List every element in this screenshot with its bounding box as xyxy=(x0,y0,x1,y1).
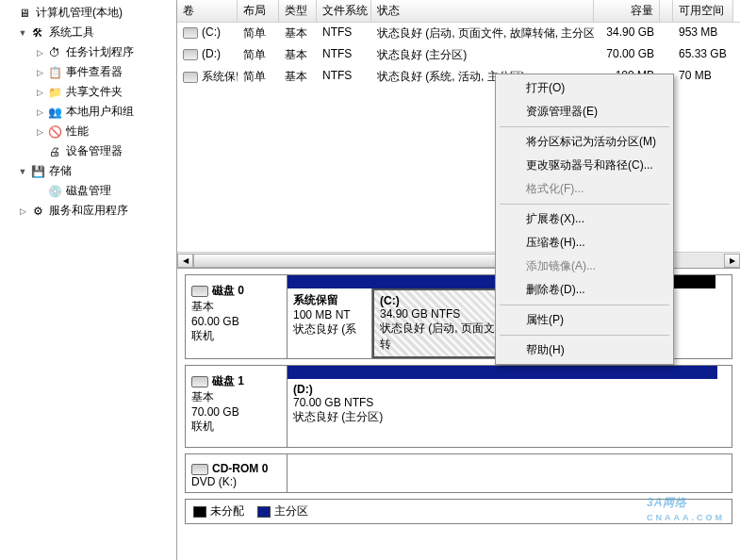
tree-group-label: 服务和应用程序 xyxy=(49,203,128,219)
menu-item[interactable]: 属性(P) xyxy=(498,308,671,332)
legend-swatch-unalloc xyxy=(193,506,206,518)
menu-item[interactable]: 帮助(H) xyxy=(498,338,671,362)
disk-row-cdrom: CD-ROM 0DVD (K:) xyxy=(185,453,732,493)
storage-icon: 💾 xyxy=(30,164,45,179)
scroll-left-button[interactable]: ◀ xyxy=(177,254,193,268)
tree-item-label: 性能 xyxy=(66,124,89,140)
chevron-right-icon[interactable]: ▷ xyxy=(34,87,45,98)
col-filesystem[interactable]: 文件系统 xyxy=(317,0,371,22)
disk-icon: 💿 xyxy=(47,184,62,199)
disk-label[interactable]: CD-ROM 0DVD (K:) xyxy=(186,454,288,492)
chevron-right-icon[interactable]: ▷ xyxy=(17,206,28,217)
disk-label[interactable]: 磁盘 0基本60.00 GB联机 xyxy=(186,275,288,358)
table-header: 卷 布局 类型 文件系统 状态 容量 可用空间 xyxy=(177,0,740,23)
menu-separator xyxy=(500,335,669,336)
legend-swatch-primary xyxy=(257,506,271,518)
device-icon: 🖨 xyxy=(47,144,62,159)
scroll-thumb[interactable] xyxy=(193,254,512,268)
clock-icon: ⏱ xyxy=(47,45,62,60)
tree-item-label: 共享文件夹 xyxy=(66,84,123,100)
disk-partitions xyxy=(288,454,732,492)
chevron-right-icon[interactable]: ▷ xyxy=(34,107,45,118)
partition[interactable]: 系统保留100 MB NT状态良好 (系 xyxy=(288,288,372,358)
disk-partitions: (D:)70.00 GB NTFS状态良好 (主分区) xyxy=(288,366,732,447)
drive-icon xyxy=(183,72,198,83)
col-layout[interactable]: 布局 xyxy=(238,0,279,22)
tree-group-storage[interactable]: ▼ 💾 存储 xyxy=(0,161,176,181)
chevron-right-icon[interactable]: ▷ xyxy=(34,126,45,138)
tools-icon: 🛠 xyxy=(30,25,45,41)
table-row[interactable]: (C:)简单基本NTFS状态良好 (启动, 页面文件, 故障转储, 主分区)34… xyxy=(177,23,740,44)
chevron-right-icon[interactable]: ▷ xyxy=(34,67,45,78)
tree-root-label: 计算机管理(本地) xyxy=(36,5,123,21)
tree-item-task-scheduler[interactable]: ▷ ⏱ 任务计划程序 xyxy=(0,42,176,62)
partition[interactable]: (D:)70.00 GB NTFS状态良好 (主分区) xyxy=(288,379,717,447)
disk-label[interactable]: 磁盘 1基本70.00 GB联机 xyxy=(186,366,288,447)
nav-tree: 🖥 计算机管理(本地) ▼ 🛠 系统工具 ▷ ⏱ 任务计划程序 ▷ 📋 事件查看… xyxy=(0,0,177,560)
tree-item-local-users[interactable]: ▷ 👥 本地用户和组 xyxy=(0,102,176,122)
disk-row: 磁盘 1基本70.00 GB联机(D:)70.00 GB NTFS状态良好 (主… xyxy=(185,365,732,448)
computer-icon: 🖥 xyxy=(17,6,32,21)
tree-item-event-viewer[interactable]: ▷ 📋 事件查看器 xyxy=(0,62,176,82)
perf-icon: 🚫 xyxy=(47,124,62,140)
cdrom-icon xyxy=(191,464,208,475)
services-icon: ⚙ xyxy=(30,204,45,219)
table-row[interactable]: (D:)简单基本NTFS状态良好 (主分区)70.00 GB65.33 GB xyxy=(177,44,740,66)
menu-item[interactable]: 扩展卷(X)... xyxy=(498,207,671,231)
tree-group-system-tools[interactable]: ▼ 🛠 系统工具 xyxy=(0,23,176,42)
tree-group-services[interactable]: ▷ ⚙ 服务和应用程序 xyxy=(0,201,176,221)
tree-item-device-manager[interactable]: 🖨 设备管理器 xyxy=(0,141,176,161)
tree-item-shared-folders[interactable]: ▷ 📁 共享文件夹 xyxy=(0,82,176,102)
tree-group-label: 系统工具 xyxy=(49,25,94,41)
tree-root[interactable]: 🖥 计算机管理(本地) xyxy=(0,3,176,23)
menu-item[interactable]: 删除卷(D)... xyxy=(498,278,671,302)
scroll-right-button[interactable]: ▶ xyxy=(724,254,740,268)
col-free[interactable]: 可用空间 xyxy=(673,0,733,22)
tree-item-label: 事件查看器 xyxy=(66,64,123,80)
disk-icon xyxy=(191,286,208,297)
drive-icon xyxy=(183,27,198,39)
menu-separator xyxy=(500,305,669,305)
menu-item[interactable]: 资源管理器(E) xyxy=(498,100,671,124)
tree-item-label: 磁盘管理 xyxy=(66,183,111,199)
menu-item[interactable]: 压缩卷(H)... xyxy=(498,231,671,255)
spacer xyxy=(34,186,45,197)
spacer xyxy=(34,146,45,157)
legend: 未分配主分区 xyxy=(185,499,732,524)
users-icon: 👥 xyxy=(47,105,62,120)
chevron-down-icon[interactable]: ▼ xyxy=(17,27,28,39)
disk-icon xyxy=(191,376,208,387)
chevron-right-icon[interactable]: ▷ xyxy=(34,47,45,58)
event-icon: 📋 xyxy=(47,65,62,80)
menu-item: 添加镜像(A)... xyxy=(498,255,671,278)
tree-group-label: 存储 xyxy=(49,163,72,179)
menu-item[interactable]: 更改驱动器号和路径(C)... xyxy=(498,154,671,177)
tree-item-performance[interactable]: ▷ 🚫 性能 xyxy=(0,122,176,141)
chevron-icon xyxy=(4,8,15,19)
menu-separator xyxy=(500,126,669,127)
col-status[interactable]: 状态 xyxy=(371,0,594,22)
menu-item[interactable]: 打开(O) xyxy=(498,76,671,100)
tree-item-label: 本地用户和组 xyxy=(66,104,134,120)
col-capacity[interactable]: 容量 xyxy=(594,0,660,22)
col-type[interactable]: 类型 xyxy=(279,0,317,22)
share-icon: 📁 xyxy=(47,85,62,100)
menu-item: 格式化(F)... xyxy=(498,177,671,201)
context-menu: 打开(O)资源管理器(E)将分区标记为活动分区(M)更改驱动器号和路径(C)..… xyxy=(495,74,674,365)
col-volume[interactable]: 卷 xyxy=(177,0,238,22)
menu-item[interactable]: 将分区标记为活动分区(M) xyxy=(498,130,671,154)
menu-separator xyxy=(500,204,669,205)
chevron-down-icon[interactable]: ▼ xyxy=(17,166,28,177)
drive-icon xyxy=(183,49,198,60)
tree-item-label: 任务计划程序 xyxy=(66,44,134,60)
col-sep[interactable] xyxy=(660,0,673,22)
tree-item-label: 设备管理器 xyxy=(66,143,123,159)
tree-item-disk-management[interactable]: 💿 磁盘管理 xyxy=(0,181,176,201)
